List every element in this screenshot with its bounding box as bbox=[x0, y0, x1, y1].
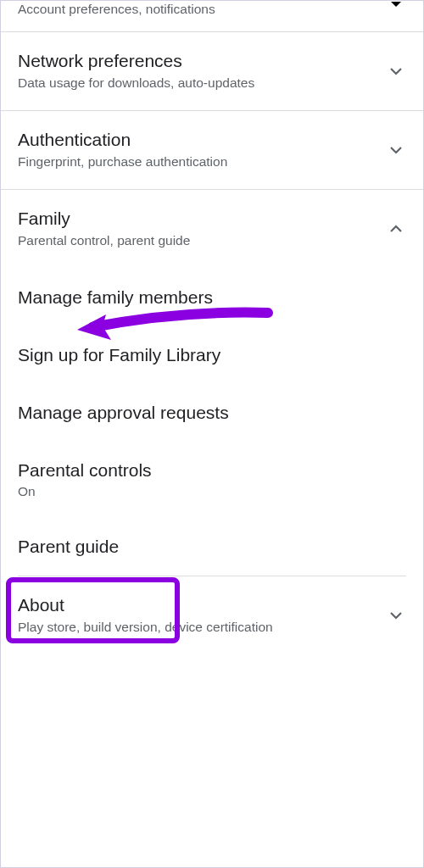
sub-item-label: Parental controls bbox=[18, 460, 406, 481]
family-signup-library[interactable]: Sign up for Family Library bbox=[18, 326, 406, 384]
section-subtitle: Play store, build version, device certif… bbox=[18, 619, 386, 636]
settings-section-family[interactable]: Family Parental control, parent guide bbox=[1, 190, 423, 268]
section-title: Family bbox=[18, 209, 386, 229]
family-manage-members[interactable]: Manage family members bbox=[18, 269, 406, 326]
section-title: Network preferences bbox=[18, 51, 386, 71]
sub-item-label: Sign up for Family Library bbox=[18, 345, 406, 365]
family-parental-controls[interactable]: Parental controls On bbox=[18, 442, 406, 518]
chevron-down-icon bbox=[386, 0, 406, 18]
sub-item-label: Parent guide bbox=[18, 537, 406, 557]
sub-item-label: Manage approval requests bbox=[18, 403, 406, 423]
sub-item-status: On bbox=[18, 484, 406, 499]
settings-section-about[interactable]: About Play store, build version, device … bbox=[1, 576, 423, 654]
settings-section-network[interactable]: Network preferences Data usage for downl… bbox=[1, 32, 423, 111]
section-subtitle: Data usage for downloads, auto-updates bbox=[18, 75, 386, 92]
section-subtitle: Account preferences, notifications bbox=[18, 1, 406, 18]
settings-section-authentication[interactable]: Authentication Fingerprint, purchase aut… bbox=[1, 111, 423, 190]
family-approval-requests[interactable]: Manage approval requests bbox=[18, 384, 406, 442]
chevron-down-icon bbox=[386, 61, 406, 81]
section-title: About bbox=[18, 595, 386, 615]
chevron-down-icon bbox=[386, 605, 406, 626]
chevron-up-icon bbox=[386, 219, 406, 239]
chevron-down-icon bbox=[386, 140, 406, 160]
sub-item-label: Manage family members bbox=[18, 287, 406, 308]
section-subtitle: Fingerprint, purchase authentication bbox=[18, 153, 386, 170]
section-subtitle: Parental control, parent guide bbox=[18, 232, 386, 249]
family-parent-guide[interactable]: Parent guide bbox=[18, 518, 406, 576]
settings-section-general[interactable]: Account preferences, notifications bbox=[1, 1, 423, 32]
section-title: Authentication bbox=[18, 130, 386, 150]
